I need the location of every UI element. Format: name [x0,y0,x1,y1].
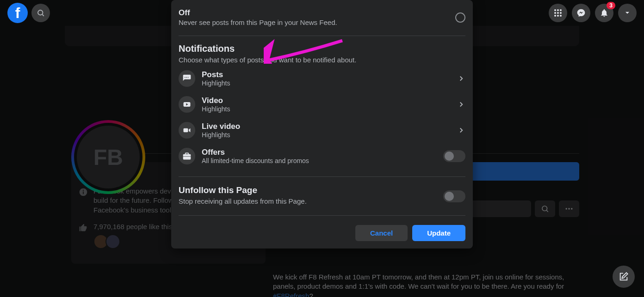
svg-point-18 [560,15,562,17]
notifications-button[interactable]: 3 [595,4,613,22]
option-posts[interactable]: Posts Highlights [179,66,465,91]
chevron-right-icon [457,126,465,134]
svg-point-8 [38,10,43,15]
option-unfollow[interactable]: Unfollow this Page Stop receiving all up… [179,180,465,212]
unfollow-toggle[interactable] [443,190,465,202]
unfollow-subtitle: Stop receiving all updates from this Pag… [179,197,437,205]
svg-point-11 [557,9,559,11]
option-off-title: Off [179,8,455,18]
chevron-right-icon [457,100,465,109]
svg-point-10 [554,9,556,11]
offers-toggle[interactable] [443,150,465,162]
modal-footer: Cancel Update [179,218,465,241]
svg-point-15 [560,12,562,14]
update-button[interactable]: Update [412,225,465,241]
notifications-subtitle: Choose what types of posts you want to b… [179,56,465,64]
svg-line-9 [42,14,43,16]
compose-button[interactable] [613,266,635,288]
video-icon [179,96,195,113]
posts-icon [179,70,195,87]
chevron-right-icon [457,74,465,83]
option-off-subtitle: Never see posts from this Page in your N… [179,18,455,26]
offers-icon [179,148,195,164]
divider [179,215,465,216]
divider [179,176,465,177]
search-button[interactable] [31,4,50,22]
unfollow-title: Unfollow this Page [179,185,437,195]
option-live-video[interactable]: Live video Highlights [179,117,465,143]
radio-off[interactable] [455,12,465,23]
divider [179,36,465,36]
option-video[interactable]: Video Highlights [179,91,465,117]
messenger-button[interactable] [572,4,590,22]
account-menu-button[interactable] [618,4,637,22]
option-off-row[interactable]: Off Never see posts from this Page in yo… [179,6,465,33]
cancel-button[interactable]: Cancel [355,225,408,241]
svg-point-17 [557,15,559,17]
menu-grid-button[interactable] [549,4,567,22]
svg-point-12 [560,9,562,11]
svg-point-16 [554,15,556,17]
svg-point-14 [557,12,559,14]
live-video-icon [179,122,195,139]
follow-settings-modal: Off Never see posts from this Page in yo… [171,0,473,249]
svg-rect-20 [184,128,188,132]
notifications-heading: Notifications [179,43,465,54]
option-offers[interactable]: Offers All limited-time discounts and pr… [179,143,465,169]
facebook-logo[interactable]: f [7,3,28,23]
notifications-badge: 3 [607,2,615,9]
svg-point-13 [554,12,556,14]
